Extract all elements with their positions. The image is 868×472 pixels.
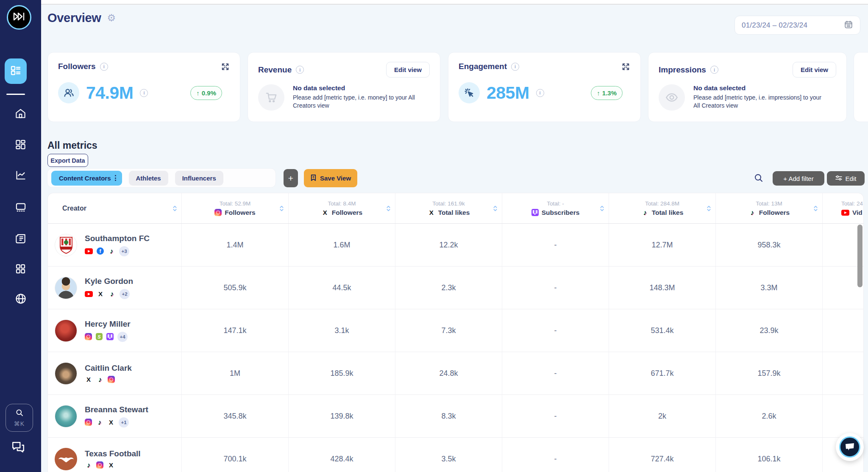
info-icon[interactable]: i	[710, 66, 718, 74]
info-icon[interactable]: i	[511, 63, 519, 71]
column-header-tiktok-total-likes[interactable]: Total: 284.8M Total likes	[609, 193, 715, 223]
card-partial	[854, 52, 868, 122]
edit-label: Edit	[846, 175, 857, 182]
column-header-youtube[interactable]: Total: 24 Vid	[822, 193, 863, 223]
shopify-icon	[96, 333, 103, 340]
gear-icon[interactable]: ⚙	[107, 12, 116, 24]
sidebar-divider	[6, 94, 25, 95]
edit-view-button[interactable]: Edit view	[793, 62, 836, 78]
sidebar-item-screen[interactable]	[0, 197, 41, 218]
creator-cell[interactable]: Hercy Miller +4	[48, 309, 181, 352]
tiktok-icon	[108, 290, 116, 298]
export-data-button[interactable]: Export Data	[47, 154, 88, 167]
table-search-icon[interactable]	[754, 173, 764, 183]
more-platforms-badge[interactable]: +4	[117, 332, 128, 342]
vertical-scrollbar-thumb[interactable]	[857, 225, 862, 287]
info-icon[interactable]: i	[100, 63, 108, 71]
column-header-instagram-followers[interactable]: Total: 52.9M Followers	[181, 193, 288, 223]
trend-value: 1.3%	[602, 89, 617, 97]
avatar	[55, 405, 77, 428]
info-icon[interactable]: i	[140, 89, 148, 97]
sidebar-item-news[interactable]	[0, 229, 41, 250]
engagement-trend-badge: ↑ 1.3%	[591, 86, 623, 100]
table-row[interactable]: Breanna Stewart +1 345.8k 139.8k 8.3k - …	[48, 395, 863, 438]
more-platforms-badge[interactable]: +3	[119, 246, 129, 256]
section-title: All metrics	[47, 140, 97, 151]
tab-athletes[interactable]: Athletes	[129, 171, 168, 186]
chat-bubble-icon	[839, 436, 860, 458]
creator-cell[interactable]: Texas Football	[48, 438, 181, 472]
monitor-icon	[15, 201, 27, 214]
sidebar-item-all-creators[interactable]	[5, 58, 27, 84]
sidebar-search-button[interactable]: ⌘K	[6, 404, 33, 432]
instagram-icon	[108, 376, 115, 383]
edit-view-button[interactable]: Edit view	[386, 62, 430, 78]
sidebar-item-apps[interactable]	[0, 135, 41, 155]
column-label: Vid	[852, 209, 862, 217]
column-total: Total: 24	[841, 200, 863, 207]
sidebar-item-analytics[interactable]	[0, 166, 41, 186]
creator-cell[interactable]: Kyle Gordon +2	[48, 267, 181, 309]
home-icon	[15, 108, 26, 121]
search-icon	[15, 408, 24, 419]
date-range-picker[interactable]: 01/23/24 – 02/23/24	[734, 16, 860, 35]
tab-content-creators[interactable]: Content Creators	[51, 171, 122, 186]
more-platforms-badge[interactable]: +2	[120, 289, 130, 299]
column-header-x-total-likes[interactable]: Total: 161.9k Total likes	[395, 193, 502, 223]
metric-cell: 958.3k	[715, 224, 822, 266]
table-row[interactable]: Kyle Gordon +2 505.9k 44.5k 2.3k - 148.3…	[48, 267, 863, 309]
search-shortcut: ⌘K	[14, 420, 25, 427]
date-range-value: 01/23/24 – 02/23/24	[742, 21, 840, 30]
sidebar-feedback-button[interactable]	[11, 441, 25, 456]
kebab-menu-icon[interactable]	[115, 175, 116, 181]
column-header-tiktok-followers[interactable]: Total: 13M Followers	[715, 193, 822, 223]
trend-value: 0.9%	[202, 89, 216, 97]
more-platforms-badge[interactable]: +1	[119, 417, 129, 428]
tab-influencers[interactable]: Influencers	[175, 171, 223, 186]
card-title: Impressions	[659, 65, 706, 75]
table-row[interactable]: Southampton FC +3 1.4M 1.6M 12.2k - 12.7…	[48, 224, 863, 267]
metric-cell: 24.8k	[395, 352, 502, 394]
add-filter-button[interactable]: + Add filter	[773, 171, 824, 186]
sidebar-item-globe[interactable]	[0, 289, 41, 310]
column-header-x-followers[interactable]: Total: 8.4M Followers	[288, 193, 395, 223]
save-view-button[interactable]: Save View	[304, 169, 357, 187]
creator-name: Texas Football	[85, 449, 141, 458]
tab-label: Athletes	[136, 175, 161, 182]
expand-icon[interactable]	[221, 62, 230, 71]
column-label: Subscribers	[542, 209, 580, 217]
column-header-creator[interactable]: Creator	[48, 193, 181, 223]
creator-cell[interactable]: Breanna Stewart +1	[48, 395, 181, 437]
empty-state-title: No data selected	[693, 84, 829, 92]
sort-icon	[813, 205, 818, 212]
metric-cell: 147.1k	[181, 309, 288, 352]
tiktok-icon	[108, 247, 115, 255]
followers-trend-badge: ↑ 0.9%	[190, 86, 222, 100]
metric-cell: 157.9k	[715, 352, 822, 394]
table-row[interactable]: Caitlin Clark 1M 185.9k 24.8k - 671.7k 1…	[48, 352, 863, 395]
edit-columns-button[interactable]: Edit	[827, 171, 865, 186]
app-logo[interactable]	[7, 5, 31, 30]
column-header-twitch-subscribers[interactable]: Total: - Subscribers	[502, 193, 609, 223]
chat-widget-button[interactable]	[836, 433, 864, 461]
youtube-icon	[841, 210, 849, 216]
empty-state-title: No data selected	[293, 84, 428, 92]
info-icon[interactable]: i	[536, 89, 544, 97]
metric-cell: 3.1k	[288, 309, 395, 352]
metric-cell	[822, 395, 863, 437]
sidebar-item-home[interactable]	[0, 104, 41, 125]
tiktok-icon	[85, 461, 92, 469]
creator-cell[interactable]: Caitlin Clark	[48, 352, 181, 394]
add-view-button[interactable]: +	[284, 169, 298, 187]
expand-icon[interactable]	[621, 62, 630, 71]
table-row[interactable]: Texas Football 700.1k 428.4k 3.5k - 727.…	[48, 438, 863, 472]
table-row[interactable]: Hercy Miller +4 147.1k 3.1k 7.3k - 531.4…	[48, 309, 863, 352]
metric-cell: -	[502, 309, 609, 352]
metric-cell: 12.2k	[395, 224, 502, 266]
engagement-cursor-icon	[459, 82, 480, 103]
info-icon[interactable]: i	[296, 66, 304, 74]
creator-cell[interactable]: Southampton FC +3	[48, 224, 181, 266]
empty-state-description: Please add [metric type, i.e. money] to …	[293, 94, 428, 110]
sidebar-item-grid[interactable]	[0, 259, 41, 280]
column-label: Creator	[62, 205, 86, 212]
